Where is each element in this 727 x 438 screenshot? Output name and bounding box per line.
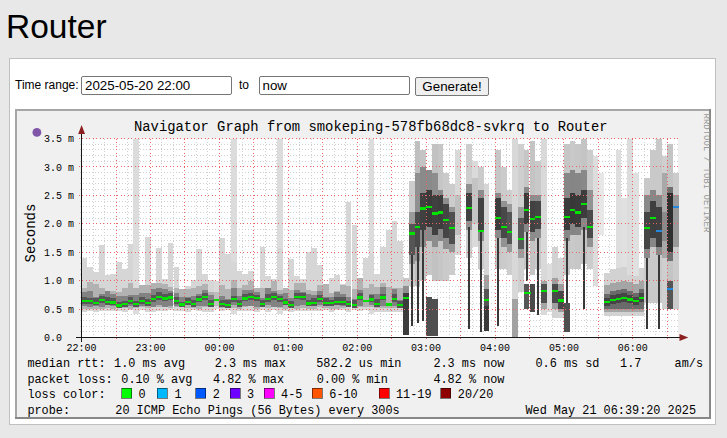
- svg-text:0.0: 0.0: [44, 333, 62, 344]
- svg-text:4.82 % max: 4.82 % max: [213, 372, 284, 386]
- svg-text:06:00: 06:00: [618, 342, 648, 353]
- svg-text:1.0 ms avg: 1.0 ms avg: [114, 357, 185, 371]
- svg-text:2.0 m: 2.0 m: [44, 219, 74, 230]
- svg-text:Navigator Graph from smokeping: Navigator Graph from smokeping-578fb68dc…: [134, 118, 608, 134]
- svg-text:loss color:: loss color:: [27, 388, 105, 402]
- svg-text:1: 1: [174, 388, 181, 402]
- svg-text:2: 2: [213, 388, 220, 402]
- svg-text:probe:: probe:: [27, 403, 70, 417]
- svg-text:3.0 m: 3.0 m: [44, 162, 74, 173]
- svg-text:22:00: 22:00: [67, 342, 97, 353]
- svg-text:0.5 m: 0.5 m: [44, 304, 74, 315]
- svg-text:2.5 m: 2.5 m: [44, 190, 74, 201]
- svg-text:20 ICMP Echo Pings (56 Bytes): 20 ICMP Echo Pings (56 Bytes) every 300s: [115, 403, 399, 417]
- svg-text:20/20: 20/20: [458, 388, 494, 402]
- svg-text:582.2 us min: 582.2 us min: [316, 357, 401, 371]
- svg-text:05:00: 05:00: [549, 342, 579, 353]
- svg-text:3.5 m: 3.5 m: [44, 134, 74, 145]
- svg-text:01:00: 01:00: [273, 342, 303, 353]
- svg-text:4.82 % now: 4.82 % now: [433, 372, 504, 386]
- svg-text:23:00: 23:00: [135, 342, 165, 353]
- svg-text:11-19: 11-19: [396, 388, 432, 402]
- svg-text:am/s: am/s: [675, 357, 703, 371]
- svg-text:0.00 % min: 0.00 % min: [317, 372, 388, 386]
- svg-text:Wed May 21 06:39:20 2025: Wed May 21 06:39:20 2025: [525, 403, 696, 417]
- svg-text:median rtt:: median rtt:: [27, 357, 105, 371]
- svg-text:1.5 m: 1.5 m: [44, 247, 74, 258]
- svg-text:4-5: 4-5: [281, 388, 302, 402]
- svg-text:1.7: 1.7: [620, 357, 641, 371]
- svg-text:03:00: 03:00: [411, 342, 441, 353]
- svg-text:packet loss:: packet loss:: [27, 372, 112, 386]
- svg-text:00:00: 00:00: [204, 342, 234, 353]
- svg-text:04:00: 04:00: [480, 342, 510, 353]
- svg-text:RRDTOOL / TOBI OETIKER: RRDTOOL / TOBI OETIKER: [701, 113, 711, 232]
- svg-text:Seconds: Seconds: [23, 203, 39, 262]
- svg-text:0: 0: [139, 388, 146, 402]
- svg-text:2.3 ms max: 2.3 ms max: [215, 357, 286, 371]
- svg-text:0.6 ms sd: 0.6 ms sd: [536, 357, 600, 371]
- svg-text:0.10 % avg: 0.10 % avg: [121, 372, 192, 386]
- svg-text:02:00: 02:00: [342, 342, 372, 353]
- svg-text:1.0 m: 1.0 m: [44, 276, 74, 287]
- svg-text:6-10: 6-10: [329, 388, 357, 402]
- svg-text:3: 3: [247, 388, 254, 402]
- svg-text:2.3 ms now: 2.3 ms now: [433, 357, 504, 371]
